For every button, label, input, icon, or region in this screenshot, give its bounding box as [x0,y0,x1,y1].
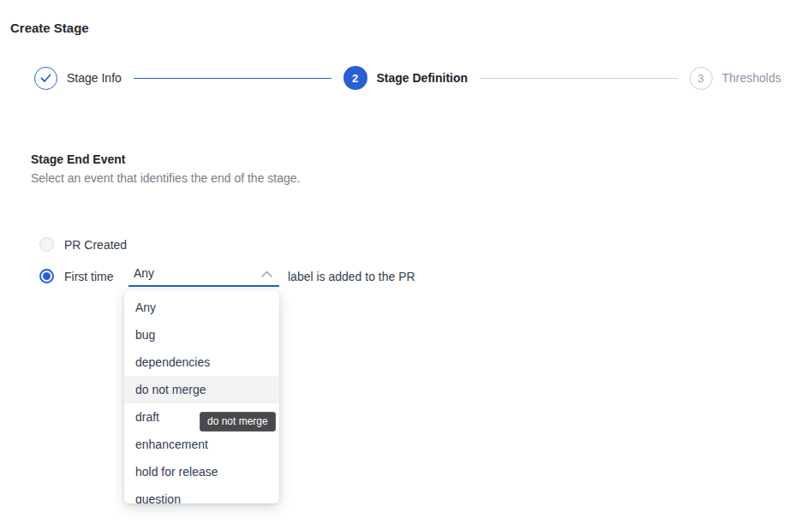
dropdown-option-label: enhancement [135,438,208,451]
dropdown-option-label: hold for release [135,465,218,479]
dropdown-option[interactable]: dependencies [124,348,279,376]
step-completed-circle [34,67,57,90]
radio-first-time[interactable] [39,269,54,283]
dropdown-option[interactable]: hold for release [124,458,279,485]
dropdown-option-label: Any [135,301,156,314]
dropdown-option-label: draft [135,410,159,424]
label-dropdown-panel: Any bug dependencies do not merge draft … [124,290,279,503]
dropdown-option[interactable]: question [124,485,279,503]
stepper-connector-done [134,78,331,79]
label-select-value: Any [134,266,259,281]
dropdown-option[interactable]: do not merge [124,376,279,403]
check-icon [40,74,51,83]
dropdown-option-label: bug [135,328,155,342]
radio-row-pr-created[interactable]: PR Created [39,237,127,252]
step-label: Thresholds [722,71,781,85]
stepper-step-stage-definition[interactable]: 2 Stage Definition [343,66,469,90]
stepper: Stage Info 2 Stage Definition 3 Threshol… [34,66,781,90]
dropdown-option[interactable]: bug [124,321,279,348]
stepper-connector-todo [480,78,678,79]
dropdown-option-label: do not merge [135,383,206,396]
step-number-circle: 3 [690,67,713,90]
stepper-step-thresholds[interactable]: 3 Thresholds [690,67,781,90]
radio-label-first-time: First time [64,270,114,283]
radio-label-pr-created: PR Created [64,238,127,252]
chevron-up-icon [261,271,272,277]
label-tooltip: do not merge [200,412,276,432]
radio-row-first-time[interactable]: First time [39,269,114,283]
radio-pr-created[interactable] [39,237,54,252]
first-time-suffix-label: label is added to the PR [288,270,415,283]
dropdown-option[interactable]: enhancement [124,431,279,458]
section-description: Select an event that identifies the end … [31,171,300,185]
section-heading: Stage End Event [31,152,125,166]
dropdown-option-label: question [135,492,181,503]
dropdown-option-label: dependencies [135,355,210,369]
step-label: Stage Definition [377,71,469,85]
label-select[interactable]: Any [128,263,279,287]
step-number-circle: 2 [343,66,367,90]
stepper-step-stage-info[interactable]: Stage Info [34,67,122,90]
dropdown-option[interactable]: Any [124,294,279,321]
step-label: Stage Info [67,71,122,85]
page-title: Create Stage [10,21,89,35]
